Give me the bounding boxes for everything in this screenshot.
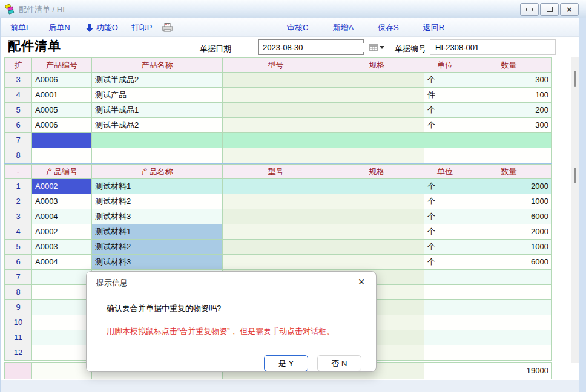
grid-cell[interactable]: 200 xyxy=(466,103,552,118)
grid-cell[interactable] xyxy=(424,300,466,315)
grid-cell[interactable] xyxy=(329,194,424,209)
row-number[interactable]: 11 xyxy=(5,330,32,345)
row-number[interactable]: 6 xyxy=(5,118,32,133)
row-number[interactable]: 9 xyxy=(5,300,32,315)
grid-cell[interactable] xyxy=(424,330,466,345)
row-number[interactable]: 10 xyxy=(5,315,32,330)
grid-cell[interactable]: 测试材料3 xyxy=(92,255,223,270)
grid-cell[interactable] xyxy=(424,345,466,361)
grid-cell[interactable]: 1000 xyxy=(466,240,552,255)
grid-cell[interactable]: A0006 xyxy=(32,118,92,133)
grid-cell[interactable]: 1000 xyxy=(466,194,552,209)
vertical-scrollbar[interactable] xyxy=(571,57,579,363)
row-number[interactable]: 5 xyxy=(5,240,32,255)
no-button[interactable]: 否 N xyxy=(317,355,361,371)
close-button[interactable]: × xyxy=(560,3,579,16)
grid-cell[interactable] xyxy=(424,315,466,330)
grid-cell[interactable]: 测试材料3 xyxy=(92,209,223,224)
grid-cell[interactable] xyxy=(466,345,552,361)
grid-cell[interactable]: 个 xyxy=(424,255,466,270)
grid-cell[interactable]: 300 xyxy=(466,73,552,88)
grid-cell[interactable]: 测试材料1 xyxy=(92,224,223,240)
functions-button[interactable]: 功能O xyxy=(96,22,118,33)
grid-cell[interactable]: 6000 xyxy=(466,255,552,270)
row-number[interactable]: 7 xyxy=(5,133,32,148)
grid-cell[interactable] xyxy=(329,148,424,163)
new-button[interactable]: 新增A xyxy=(332,22,354,33)
grid-cell[interactable] xyxy=(329,209,424,224)
grid-cell[interactable]: 个 xyxy=(424,103,466,118)
chevron-down-icon[interactable] xyxy=(380,46,384,49)
grid-cell[interactable] xyxy=(223,88,329,103)
doc-date-input[interactable] xyxy=(259,43,369,52)
scrollbar-thumb-top[interactable] xyxy=(574,71,576,87)
grid-cell[interactable] xyxy=(223,255,329,270)
print-button[interactable]: 打印P xyxy=(131,22,153,33)
grid-cell[interactable] xyxy=(32,345,92,361)
grid-cell[interactable] xyxy=(329,255,424,270)
grid-cell[interactable]: 个 xyxy=(424,240,466,255)
grid-cell[interactable] xyxy=(329,103,424,118)
doc-date-picker[interactable] xyxy=(258,39,364,55)
grid-cell[interactable] xyxy=(466,330,552,345)
row-number[interactable]: 6 xyxy=(5,255,32,270)
audit-button[interactable]: 审核C xyxy=(287,22,308,33)
grid-cell[interactable]: 2000 xyxy=(466,179,552,194)
grid-cell[interactable]: A0001 xyxy=(32,88,92,103)
row-number[interactable]: 8 xyxy=(5,148,32,163)
grid-cell[interactable] xyxy=(329,88,424,103)
grid-cell[interactable]: 测试半成品1 xyxy=(92,103,223,118)
grid-cell[interactable] xyxy=(466,285,552,300)
back-button[interactable]: 返回R xyxy=(423,22,444,33)
grid-cell[interactable] xyxy=(466,270,552,285)
grid-cell[interactable]: 6000 xyxy=(466,209,552,224)
grid-cell[interactable] xyxy=(223,118,329,133)
grid-cell[interactable] xyxy=(466,133,552,148)
row-number[interactable]: 4 xyxy=(5,88,32,103)
grid-cell[interactable] xyxy=(223,209,329,224)
grid-cell[interactable] xyxy=(466,315,552,330)
grid-cell[interactable] xyxy=(424,133,466,148)
grid-cell[interactable] xyxy=(466,300,552,315)
grid-cell[interactable]: 件 xyxy=(424,88,466,103)
grid-cell[interactable] xyxy=(329,240,424,255)
row-number[interactable]: 1 xyxy=(5,179,32,194)
grid-cell[interactable] xyxy=(223,133,329,148)
grid-cell[interactable]: 个 xyxy=(424,118,466,133)
grid-cell[interactable] xyxy=(32,300,92,315)
grid-cell[interactable] xyxy=(223,240,329,255)
grid-cell[interactable] xyxy=(424,148,466,163)
dialog-close-icon[interactable]: × xyxy=(352,274,371,290)
grid-cell[interactable]: 个 xyxy=(424,209,466,224)
grid-cell[interactable]: 测试材料2 xyxy=(92,194,223,209)
grid-cell[interactable] xyxy=(223,179,329,194)
grid-cell[interactable]: 个 xyxy=(424,194,466,209)
grid-cell[interactable]: A0004 xyxy=(32,209,92,224)
grid-cell[interactable]: 300 xyxy=(466,118,552,133)
grid-cell[interactable] xyxy=(32,330,92,345)
grid-cell[interactable]: 测试半成品2 xyxy=(92,73,223,88)
grid-cell[interactable] xyxy=(223,73,329,88)
grid-cell[interactable]: A0005 xyxy=(32,103,92,118)
printer-icon[interactable] xyxy=(162,23,173,32)
grid-cell[interactable] xyxy=(223,224,329,240)
prev-doc-button[interactable]: 前单L xyxy=(10,22,30,33)
grid-cell[interactable] xyxy=(32,285,92,300)
grid-cell[interactable] xyxy=(329,133,424,148)
row-number[interactable]: 3 xyxy=(5,209,32,224)
grid-cell[interactable]: 100 xyxy=(466,88,552,103)
grid-cell[interactable]: A0003 xyxy=(32,194,92,209)
grid-cell[interactable]: A0002 xyxy=(32,179,92,194)
row-number[interactable]: 3 xyxy=(5,73,32,88)
grid-cell[interactable] xyxy=(424,270,466,285)
grid-cell[interactable] xyxy=(32,133,92,148)
grid-cell[interactable] xyxy=(92,148,223,163)
yes-button[interactable]: 是 Y xyxy=(264,355,308,371)
grid-cell[interactable]: A0002 xyxy=(32,224,92,240)
grid-cell[interactable]: A0003 xyxy=(32,240,92,255)
row-number[interactable]: 12 xyxy=(5,345,32,361)
minimize-button[interactable] xyxy=(520,3,539,16)
grid-cell[interactable] xyxy=(223,194,329,209)
grid-cell[interactable] xyxy=(223,103,329,118)
maximize-button[interactable] xyxy=(540,3,559,16)
